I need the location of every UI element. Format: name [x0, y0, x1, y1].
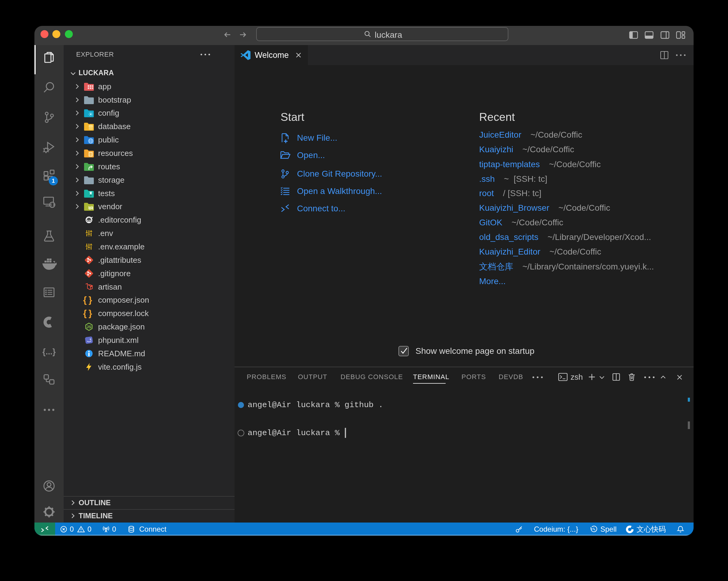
- svg-text:JS: JS: [86, 325, 92, 329]
